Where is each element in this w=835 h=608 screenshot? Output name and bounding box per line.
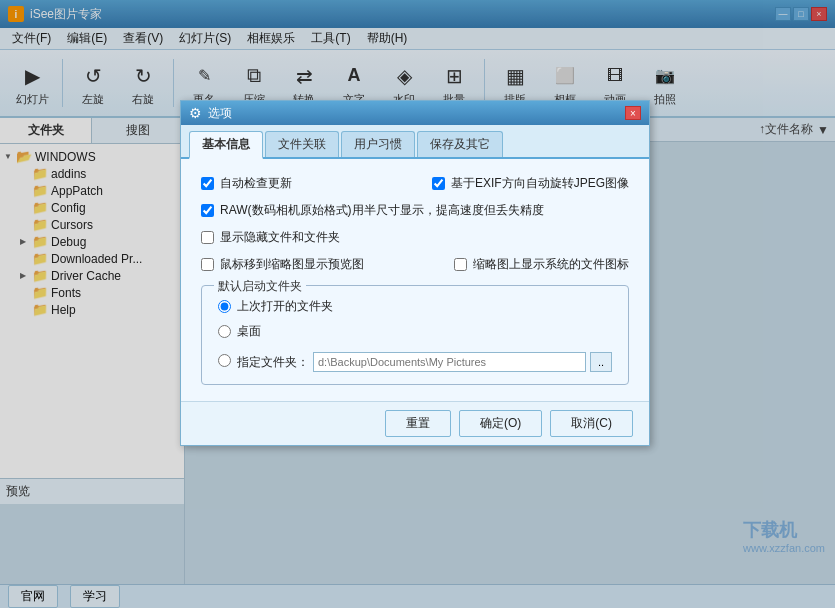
- radio-custom-folder: 指定文件夹： ..: [218, 348, 612, 372]
- dialog-tab-basic[interactable]: 基本信息: [189, 131, 263, 159]
- radio-custom-input[interactable]: [218, 354, 231, 367]
- dialog-tab-habits[interactable]: 用户习惯: [341, 131, 415, 157]
- radio-last-opened-label: 上次打开的文件夹: [237, 298, 333, 315]
- option-row-raw: RAW(数码相机原始格式)用半尺寸显示，提高速度但丢失精度: [201, 202, 629, 219]
- raw-half-size-checkbox[interactable]: [201, 204, 214, 217]
- mouse-preview-label: 鼠标移到缩略图显示预览图: [220, 256, 364, 273]
- reset-button[interactable]: 重置: [385, 410, 451, 437]
- show-file-icons-checkbox[interactable]: [454, 258, 467, 271]
- browse-button[interactable]: ..: [590, 352, 612, 372]
- radio-last-opened: 上次打开的文件夹: [218, 298, 612, 315]
- show-hidden-checkbox[interactable]: [201, 231, 214, 244]
- auto-check-update-checkbox[interactable]: [201, 177, 214, 190]
- auto-rotate-jpeg-label: 基于EXIF方向自动旋转JPEG图像: [451, 175, 629, 192]
- dialog-content: 自动检查更新 基于EXIF方向自动旋转JPEG图像 RAW(数码相机原始格式)用…: [181, 159, 649, 401]
- dialog-title: 选项: [208, 105, 625, 122]
- radio-desktop-input[interactable]: [218, 325, 231, 338]
- file-path-row: 指定文件夹： ..: [237, 352, 612, 372]
- show-file-icons-label: 缩略图上显示系统的文件图标: [473, 256, 629, 273]
- option-row-preview: 鼠标移到缩略图显示预览图 缩略图上显示系统的文件图标: [201, 256, 629, 273]
- option-row-1: 自动检查更新 基于EXIF方向自动旋转JPEG图像: [201, 175, 629, 192]
- raw-half-size-label: RAW(数码相机原始格式)用半尺寸显示，提高速度但丢失精度: [220, 202, 544, 219]
- auto-check-update-label: 自动检查更新: [220, 175, 292, 192]
- dialog-footer: 重置 确定(O) 取消(C): [181, 401, 649, 445]
- dialog-tabs: 基本信息 文件关联 用户习惯 保存及其它: [181, 125, 649, 159]
- radio-desktop-label: 桌面: [237, 323, 261, 340]
- modal-overlay: ⚙ 选项 × 基本信息 文件关联 用户习惯 保存及其它 自动检查更新 基于EXI…: [0, 0, 835, 608]
- options-dialog: ⚙ 选项 × 基本信息 文件关联 用户习惯 保存及其它 自动检查更新 基于EXI…: [180, 100, 650, 446]
- group-box-title: 默认启动文件夹: [214, 278, 306, 295]
- mouse-preview-checkbox[interactable]: [201, 258, 214, 271]
- default-folder-group: 默认启动文件夹 上次打开的文件夹 桌面 指定文件夹： ..: [201, 285, 629, 385]
- dialog-close-button[interactable]: ×: [625, 106, 641, 120]
- ok-button[interactable]: 确定(O): [459, 410, 542, 437]
- dialog-title-icon: ⚙: [189, 105, 202, 121]
- cancel-button[interactable]: 取消(C): [550, 410, 633, 437]
- option-row-hidden: 显示隐藏文件和文件夹: [201, 229, 629, 246]
- dialog-titlebar: ⚙ 选项 ×: [181, 101, 649, 125]
- auto-rotate-jpeg-checkbox[interactable]: [432, 177, 445, 190]
- file-path-input[interactable]: [313, 352, 586, 372]
- radio-last-opened-input[interactable]: [218, 300, 231, 313]
- dialog-tab-association[interactable]: 文件关联: [265, 131, 339, 157]
- custom-folder-label: 指定文件夹：: [237, 354, 309, 371]
- show-hidden-label: 显示隐藏文件和文件夹: [220, 229, 340, 246]
- dialog-tab-save[interactable]: 保存及其它: [417, 131, 503, 157]
- radio-desktop: 桌面: [218, 323, 612, 340]
